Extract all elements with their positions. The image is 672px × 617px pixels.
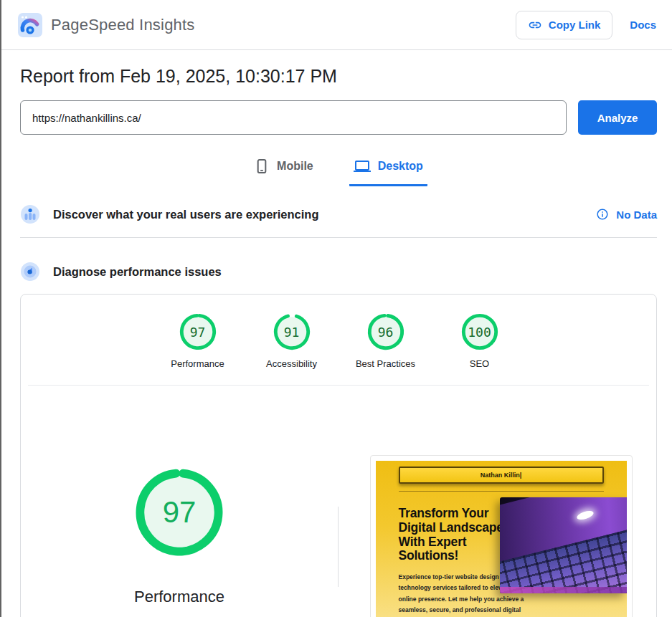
real-users-icon xyxy=(20,204,40,224)
category-performance[interactable]: 97 Performance xyxy=(164,312,232,369)
performance-category-label: Performance xyxy=(171,358,224,369)
performance-main-score: 97 xyxy=(133,466,226,559)
copy-link-button[interactable]: Copy Link xyxy=(516,11,613,39)
info-icon xyxy=(596,208,609,221)
site-preview: Nathan Killin| Transform Your Digital La… xyxy=(376,461,627,617)
report-heading: Report from Feb 19, 2025, 10:30:17 PM xyxy=(20,66,657,87)
accessibility-score-value: 91 xyxy=(273,312,311,351)
seo-category-label: SEO xyxy=(470,358,489,369)
diagnose-gauge-icon xyxy=(20,262,40,282)
lab-data-section-header: Diagnose performance issues xyxy=(20,262,657,282)
pagespeed-logo-icon xyxy=(17,12,43,38)
app-logo-home-link[interactable]: PageSpeed Insights xyxy=(17,12,195,38)
lab-data-title: Diagnose performance issues xyxy=(53,265,222,279)
card-inner-divider xyxy=(28,385,649,386)
site-preview-title: Nathan Killin| xyxy=(481,472,522,479)
field-data-title: Discover what your real users are experi… xyxy=(53,208,319,221)
analyze-button[interactable]: Analyze xyxy=(578,100,657,135)
desktop-laptop-icon xyxy=(354,158,371,175)
performance-main-gauge: 97 xyxy=(133,466,226,559)
performance-summary-row: 97 Performance Nathan Killin| Transform … xyxy=(21,455,656,617)
best-practices-category-label: Best Practices xyxy=(356,358,415,369)
app-header: PageSpeed Insights Copy Link Docs xyxy=(0,0,672,50)
field-data-section-header: Discover what your real users are experi… xyxy=(20,204,657,224)
laptop-edge-graphic xyxy=(500,587,627,593)
screenshot-block: Nathan Killin| Transform Your Digital La… xyxy=(339,455,656,617)
page-screenshot-thumbnail: Nathan Killin| Transform Your Digital La… xyxy=(370,455,633,617)
tab-mobile-label: Mobile xyxy=(277,160,313,173)
best-practices-score-gauge: 96 xyxy=(366,312,405,351)
lighthouse-report-card: 97 Performance 91 Accessibility 96 Best xyxy=(20,294,657,617)
accessibility-category-label: Accessibility xyxy=(266,358,317,369)
url-input[interactable] xyxy=(20,100,567,135)
performance-score-gauge: 97 xyxy=(179,312,217,351)
no-data-link[interactable]: No Data xyxy=(596,208,657,221)
performance-gauge-block: 97 Performance xyxy=(21,455,338,617)
app-title: PageSpeed Insights xyxy=(51,16,195,34)
site-preview-navbar: Nathan Killin| xyxy=(399,467,604,484)
category-best-practices[interactable]: 96 Best Practices xyxy=(351,312,420,369)
docs-link[interactable]: Docs xyxy=(630,19,656,31)
window-left-edge xyxy=(0,0,1,617)
tab-desktop-label: Desktop xyxy=(378,160,423,173)
category-accessibility[interactable]: 91 Accessibility xyxy=(257,312,326,369)
main-content: Report from Feb 19, 2025, 10:30:17 PM An… xyxy=(0,66,672,617)
tab-desktop[interactable]: Desktop xyxy=(349,153,427,186)
device-tabs: Mobile Desktop xyxy=(20,153,657,186)
no-data-label: No Data xyxy=(616,209,657,221)
accessibility-score-gauge: 91 xyxy=(273,312,311,351)
link-icon xyxy=(528,18,542,32)
best-practices-score-value: 96 xyxy=(366,312,405,351)
seo-score-value: 100 xyxy=(460,312,499,351)
section-divider xyxy=(20,237,657,238)
performance-score-value: 97 xyxy=(179,312,217,351)
tab-mobile[interactable]: Mobile xyxy=(250,153,318,186)
seo-score-gauge: 100 xyxy=(460,312,499,351)
site-preview-rule xyxy=(399,491,604,492)
category-scores-row: 97 Performance 91 Accessibility 96 Best xyxy=(21,295,656,369)
performance-main-label: Performance xyxy=(134,588,224,606)
site-preview-headline: Transform Your Digital Landscape With Ex… xyxy=(399,507,512,563)
site-preview-laptop-photo xyxy=(500,497,627,593)
category-seo[interactable]: 100 SEO xyxy=(445,312,514,369)
copy-link-label: Copy Link xyxy=(549,19,601,31)
mobile-phone-icon xyxy=(254,158,270,174)
url-form: Analyze xyxy=(20,100,657,135)
